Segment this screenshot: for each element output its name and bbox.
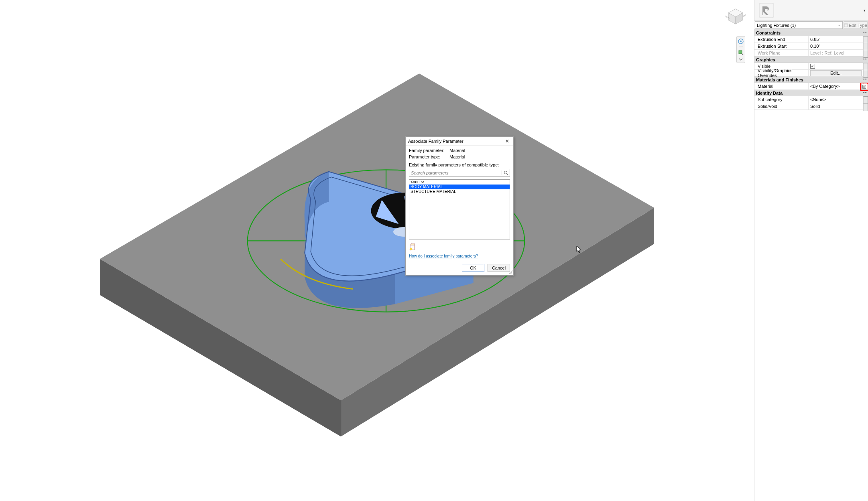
- existing-parameters-label: Existing family parameters of compatible…: [409, 162, 510, 167]
- associate-slot[interactable]: [863, 103, 868, 111]
- viewport-3d[interactable]: FRONT RIGHT: [0, 0, 754, 501]
- prop-name: Extrusion End: [754, 36, 809, 43]
- prop-value[interactable]: 0.10": [809, 43, 863, 49]
- revit-logo-icon: [757, 1, 776, 20]
- properties-type-dropdown-icon[interactable]: ▾: [864, 8, 866, 12]
- prop-name: Material: [754, 83, 809, 89]
- properties-body: Constraints ⌃⌃ Extrusion End 6.85" Extru…: [754, 30, 868, 501]
- family-parameter-value: Material: [449, 148, 465, 153]
- svg-point-27: [410, 248, 412, 250]
- svg-point-24: [504, 171, 507, 174]
- prop-material[interactable]: Material <By Category>: [754, 83, 868, 90]
- dialog-title: Associate Family Parameter: [408, 139, 504, 144]
- close-icon[interactable]: ✕: [504, 138, 511, 145]
- section-title: Identity Data: [756, 91, 783, 95]
- parameter-list-item[interactable]: STRUCTURE MATERIAL: [409, 189, 510, 194]
- family-parameter-label: Family parameter:: [409, 148, 447, 153]
- navigation-bar[interactable]: [736, 36, 745, 63]
- section-materials[interactable]: Materials and Finishes ⌃⌃: [754, 77, 868, 83]
- prop-value[interactable]: 6.85": [809, 36, 863, 43]
- prop-name: Visibility/Graphics Overrides: [754, 70, 809, 76]
- section-constraints[interactable]: Constraints ⌃⌃: [754, 30, 868, 36]
- associate-parameter-button[interactable]: [861, 84, 867, 90]
- associate-slot[interactable]: [863, 70, 868, 78]
- parameter-list-item[interactable]: BODY MATERIAL: [409, 185, 510, 189]
- prop-value: Level : Ref. Level: [809, 50, 863, 56]
- section-title: Graphics: [756, 57, 775, 62]
- svg-text:RIGHT: RIGHT: [743, 13, 746, 17]
- prop-name: Work Plane: [754, 50, 809, 56]
- prop-name: Solid/Void: [754, 103, 809, 110]
- svg-rect-18: [739, 51, 742, 54]
- edit-type-button: Edit Type: [844, 21, 868, 29]
- svg-rect-20: [844, 24, 848, 27]
- model-canvas: [0, 0, 754, 501]
- new-parameter-button[interactable]: [409, 243, 416, 251]
- prop-value[interactable]: ✓: [809, 63, 863, 69]
- section-graphics[interactable]: Graphics ⌃⌃: [754, 57, 868, 63]
- prop-name: Extrusion Start: [754, 43, 809, 49]
- section-title: Materials and Finishes: [756, 77, 803, 82]
- associate-family-parameter-dialog: Associate Family Parameter ✕ Family para…: [405, 136, 514, 276]
- zoom-region-icon[interactable]: [737, 49, 744, 56]
- ok-button[interactable]: OK: [462, 264, 484, 272]
- svg-line-25: [507, 174, 508, 175]
- type-selector-label: Lighting Fixtures (1): [757, 23, 796, 28]
- help-link[interactable]: How do I associate family parameters?: [409, 254, 510, 258]
- collapse-icon: ⌃⌃: [862, 78, 866, 82]
- edit-type-icon: [844, 23, 848, 27]
- prop-extrusion-end[interactable]: Extrusion End 6.85": [754, 36, 868, 43]
- prop-name: Subcategory: [754, 96, 809, 103]
- prop-solid-void[interactable]: Solid/Void Solid: [754, 103, 868, 110]
- checkbox-checked-icon[interactable]: ✓: [810, 64, 815, 69]
- search-icon[interactable]: [502, 170, 510, 175]
- svg-rect-23: [863, 86, 865, 88]
- prop-value[interactable]: <None>: [809, 96, 863, 103]
- prop-visibility-overrides[interactable]: Visibility/Graphics Overrides Edit...: [754, 70, 868, 77]
- associate-param-cell: [863, 83, 868, 91]
- prop-subcategory[interactable]: Subcategory <None>: [754, 96, 868, 103]
- properties-panel: ▾ Lighting Fixtures (1) ⌄ Edit Type Cons…: [754, 0, 868, 501]
- collapse-icon: ⌃⌃: [862, 58, 866, 62]
- prop-value[interactable]: Solid: [809, 103, 863, 110]
- parameter-type-label: Parameter type:: [409, 154, 447, 159]
- chevron-down-icon: ⌄: [838, 23, 841, 27]
- prop-extrusion-start[interactable]: Extrusion Start 0.10": [754, 43, 868, 50]
- search-parameters-input[interactable]: [409, 170, 502, 175]
- prop-value[interactable]: <By Category>: [809, 83, 863, 89]
- collapse-icon: ⌃⌃: [862, 31, 866, 35]
- type-selector[interactable]: Lighting Fixtures (1) ⌄: [755, 21, 843, 29]
- associate-slot: [863, 50, 868, 58]
- viewcube[interactable]: FRONT RIGHT: [725, 5, 746, 26]
- prop-value: Edit...: [809, 70, 863, 76]
- edit-button[interactable]: Edit...: [810, 70, 862, 76]
- properties-header: ▾: [754, 0, 868, 21]
- section-title: Constraints: [756, 30, 781, 35]
- dialog-titlebar[interactable]: Associate Family Parameter ✕: [406, 137, 513, 146]
- cancel-button[interactable]: Cancel: [488, 264, 510, 272]
- parameter-type-value: Material: [449, 154, 465, 159]
- section-identity[interactable]: Identity Data ⌃⌃: [754, 90, 868, 96]
- search-parameters-input-wrap: [409, 169, 510, 177]
- nav-separator: [737, 46, 744, 48]
- nav-expand-icon[interactable]: [737, 57, 744, 61]
- parameter-list-item[interactable]: <none>: [409, 180, 510, 185]
- prop-work-plane: Work Plane Level : Ref. Level: [754, 50, 868, 57]
- collapse-icon: ⌃⌃: [862, 91, 866, 95]
- svg-rect-19: [759, 3, 774, 18]
- resize-grip-icon[interactable]: [508, 270, 512, 274]
- svg-point-16: [740, 41, 742, 42]
- edit-type-label: Edit Type: [849, 23, 867, 28]
- parameter-list[interactable]: <none>BODY MATERIALSTRUCTURE MATERIAL: [409, 179, 510, 239]
